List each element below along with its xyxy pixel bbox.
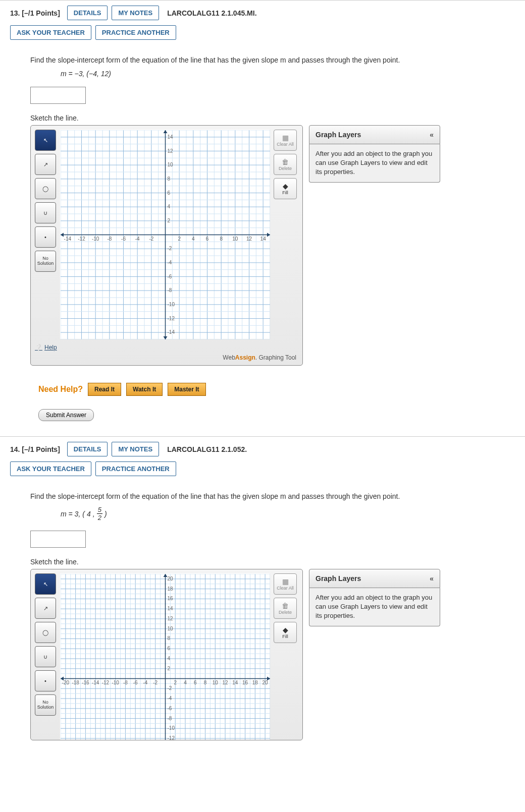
svg-text:-8: -8 xyxy=(168,716,172,721)
circle-tool[interactable]: ◯ xyxy=(35,622,56,643)
action-column: ▦Clear All 🗑Delete ◆Fill xyxy=(274,130,297,339)
svg-marker-64 xyxy=(164,130,168,133)
graph-panel-wrap: ↖ ↗ ◯ ∪ • No Solution -14-12-10-8-6-4-22… xyxy=(30,125,303,366)
help-link[interactable]: ❔Help xyxy=(35,344,57,351)
collapse-icon[interactable]: « xyxy=(430,131,434,139)
no-solution-tool[interactable]: No Solution xyxy=(35,694,56,716)
watch-it-button[interactable]: Watch It xyxy=(126,383,163,396)
ask-teacher-button[interactable]: ASK YOUR TEACHER xyxy=(10,461,91,476)
svg-text:-4: -4 xyxy=(168,260,172,265)
practice-another-button[interactable]: PRACTICE ANOTHER xyxy=(95,25,176,40)
svg-marker-184 xyxy=(164,574,168,577)
svg-text:2: 2 xyxy=(168,666,171,671)
question-code: LARCOLALG11 2.1.045.MI. xyxy=(167,9,256,17)
no-solution-tool[interactable]: No Solution xyxy=(35,251,56,272)
svg-text:-4: -4 xyxy=(143,680,148,685)
svg-text:8: 8 xyxy=(204,680,207,685)
question-body: Find the slope-intercept form of the equ… xyxy=(30,491,515,740)
svg-text:-6: -6 xyxy=(168,706,172,711)
circle-tool[interactable]: ◯ xyxy=(35,178,56,199)
clear-all-button[interactable]: ▦Clear All xyxy=(274,573,297,595)
ask-teacher-button[interactable]: ASK YOUR TEACHER xyxy=(10,25,91,40)
svg-text:2: 2 xyxy=(174,680,177,685)
clear-icon: ▦ xyxy=(282,134,289,142)
svg-text:-14: -14 xyxy=(64,236,72,242)
line-tool[interactable]: ↗ xyxy=(35,598,56,619)
graph-canvas[interactable]: -20-18-16-14-12-10-8-6-4-224681012141618… xyxy=(60,573,270,740)
question-code: LARCOLALG11 2.1.052. xyxy=(167,445,247,453)
practice-another-button[interactable]: PRACTICE ANOTHER xyxy=(95,461,176,476)
collapse-icon[interactable]: « xyxy=(430,574,434,583)
delete-button[interactable]: 🗑Delete xyxy=(274,154,297,175)
svg-text:-2: -2 xyxy=(168,246,172,251)
svg-text:2: 2 xyxy=(178,236,181,242)
question-prompt: Find the slope-intercept form of the equ… xyxy=(30,55,515,66)
question-number: 13. [–/1 Points] xyxy=(10,9,60,17)
graph-area: ↖ ↗ ◯ ∪ • No Solution -14-12-10-8-6-4-22… xyxy=(30,125,515,366)
pointer-tool[interactable]: ↖ xyxy=(35,130,56,151)
svg-text:-14: -14 xyxy=(92,680,99,685)
question-math: m = −3, (−4, 12) xyxy=(61,70,515,78)
point-tool[interactable]: • xyxy=(35,226,56,248)
svg-text:6: 6 xyxy=(168,190,171,196)
svg-text:14: 14 xyxy=(260,236,267,242)
svg-text:16: 16 xyxy=(168,596,174,601)
fill-button[interactable]: ◆Fill xyxy=(274,178,297,199)
fill-button[interactable]: ◆Fill xyxy=(274,622,297,643)
fill-icon: ◆ xyxy=(283,626,288,634)
graph-canvas[interactable]: -14-12-10-8-6-4-22468101214-14-12-10-8-6… xyxy=(60,130,270,339)
svg-marker-65 xyxy=(164,336,168,339)
svg-text:20: 20 xyxy=(262,680,269,685)
question-math: m = 3, ( 4, 52 ) xyxy=(61,506,515,521)
my-notes-button[interactable]: MY NOTES xyxy=(112,6,159,20)
submit-answer-button[interactable]: Submit Answer xyxy=(38,409,94,421)
clear-all-button[interactable]: ▦Clear All xyxy=(274,130,297,151)
delete-button[interactable]: 🗑Delete xyxy=(274,598,297,619)
master-it-button[interactable]: Master It xyxy=(168,383,205,396)
parabola-tool[interactable]: ∪ xyxy=(35,646,56,667)
need-help-label: Need Help? xyxy=(38,385,83,394)
svg-text:-8: -8 xyxy=(107,236,112,242)
fill-icon: ◆ xyxy=(283,182,288,190)
question-header-row2: ASK YOUR TEACHER PRACTICE ANOTHER xyxy=(0,25,525,45)
graph-panel: ↖ ↗ ◯ ∪ • No Solution -20-18-16-14-12-10… xyxy=(30,569,303,740)
tool-column: ↖ ↗ ◯ ∪ • No Solution xyxy=(35,130,56,339)
answer-input[interactable] xyxy=(30,531,86,548)
graph-layers-title: Graph Layers xyxy=(316,574,361,583)
svg-text:-10: -10 xyxy=(92,236,99,242)
svg-text:8: 8 xyxy=(220,236,223,242)
parabola-tool[interactable]: ∪ xyxy=(35,202,56,223)
help-icon: ❔ xyxy=(35,344,42,351)
line-tool[interactable]: ↗ xyxy=(35,154,56,175)
answer-input[interactable] xyxy=(30,87,86,104)
my-notes-button[interactable]: MY NOTES xyxy=(112,442,159,456)
question-body: Find the slope-intercept form of the equ… xyxy=(30,55,515,421)
read-it-button[interactable]: Read It xyxy=(88,383,121,396)
svg-text:-10: -10 xyxy=(168,302,175,307)
svg-marker-66 xyxy=(61,233,64,237)
svg-text:4: 4 xyxy=(192,236,195,242)
details-button[interactable]: DETAILS xyxy=(67,442,108,456)
graph-svg: -14-12-10-8-6-4-22468101214-14-12-10-8-6… xyxy=(61,130,270,339)
svg-text:10: 10 xyxy=(168,626,174,631)
svg-text:6: 6 xyxy=(206,236,209,242)
pointer-tool[interactable]: ↖ xyxy=(35,573,56,595)
svg-text:-6: -6 xyxy=(133,680,138,685)
svg-text:8: 8 xyxy=(168,635,171,641)
svg-text:10: 10 xyxy=(232,236,238,242)
graph-panel: ↖ ↗ ◯ ∪ • No Solution -14-12-10-8-6-4-22… xyxy=(30,125,303,366)
svg-text:-8: -8 xyxy=(168,287,172,293)
svg-text:-12: -12 xyxy=(102,680,110,685)
svg-text:18: 18 xyxy=(252,680,258,685)
details-button[interactable]: DETAILS xyxy=(67,6,108,20)
svg-text:-12: -12 xyxy=(78,236,85,242)
svg-text:2: 2 xyxy=(168,218,171,223)
svg-text:12: 12 xyxy=(168,616,174,621)
svg-text:-14: -14 xyxy=(168,329,175,335)
svg-marker-67 xyxy=(267,233,270,237)
question-header: 14. [–/1 Points] DETAILS MY NOTES LARCOL… xyxy=(0,442,525,461)
graph-layers-title: Graph Layers xyxy=(316,131,361,139)
svg-text:-6: -6 xyxy=(121,236,126,242)
point-tool[interactable]: • xyxy=(35,670,56,691)
svg-text:4: 4 xyxy=(168,204,171,209)
